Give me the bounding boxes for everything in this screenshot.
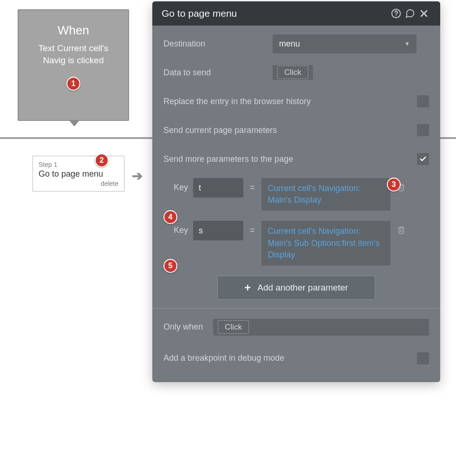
property-panel: Go to page menu Destination menu ▼ Data … [152,1,440,382]
send-current-params-label: Send current page parameters [163,126,417,135]
help-icon[interactable] [389,8,403,19]
annotation-badge-1: 1 [66,77,80,91]
param-value-1[interactable]: Current cell's Navigation: Main's Displa… [261,178,391,211]
event-description: Text Current cell's Navig is clicked [28,42,119,66]
destination-select[interactable]: menu ▼ [273,34,417,53]
send-current-params-checkbox[interactable] [417,124,429,136]
event-block[interactable]: When Text Current cell's Navig is clicke… [18,9,129,121]
add-parameter-button[interactable]: + Add another parameter [217,276,375,300]
param-value-text-2: Current cell's Navigation: Main's Sub Op… [268,226,380,259]
send-more-params-row: Send more parameters to the page [163,149,429,169]
replace-history-label: Replace the entry in the browser history [163,97,417,106]
panel-title: Go to page menu [162,8,389,19]
destination-row: Destination menu ▼ [163,34,429,53]
event-pointer [69,120,80,126]
click-placeholder: Click [218,320,249,334]
svg-point-1 [396,15,397,16]
breakpoint-checkbox[interactable] [417,352,429,364]
replace-history-row: Replace the entry in the browser history [163,92,429,111]
annotation-badge-3: 3 [387,178,401,192]
plus-icon: + [244,281,251,294]
equals-sign: = [250,221,255,235]
panel-header[interactable]: Go to page menu [152,1,440,26]
only-when-row: Only when Click [163,319,429,336]
breakpoint-label: Add a breakpoint in debug mode [163,353,417,363]
param-key-label-1: Key [174,178,187,192]
breakpoint-row: Add a breakpoint in debug mode [163,349,429,368]
close-icon[interactable] [417,9,431,18]
equals-sign: = [250,178,255,192]
step-card[interactable]: Step 1 Go to page menu delete [33,156,124,192]
data-to-send-field[interactable]: Click [273,65,313,80]
send-more-params-label: Send more parameters to the page [163,154,417,164]
chevron-down-icon: ▼ [404,40,410,47]
data-to-send-row: Data to send Click [163,63,429,82]
annotation-badge-5: 5 [163,259,177,273]
trash-icon[interactable] [397,221,405,235]
data-to-send-label: Data to send [163,68,273,78]
step-title: Go to page menu [39,169,118,179]
replace-history-checkbox[interactable] [417,95,429,107]
destination-value: menu [279,39,404,49]
param-value-2[interactable]: Current cell's Navigation: Main's Sub Op… [261,221,391,265]
event-title: When [28,23,119,38]
add-parameter-label: Add another parameter [257,283,348,293]
destination-label: Destination [163,39,273,49]
panel-divider [152,308,440,309]
annotation-badge-4: 4 [163,210,177,224]
step-delete-link[interactable]: delete [39,180,118,187]
param-row-2: Key s = Current cell's Navigation: Main'… [174,221,429,265]
send-more-params-checkbox[interactable] [417,153,429,165]
param-key-value-2: s [199,226,203,236]
send-current-params-row: Send current page parameters [163,120,429,140]
panel-body: Destination menu ▼ Data to send Click Re… [152,26,440,382]
param-value-text-1: Current cell's Navigation: Main's Displa… [268,184,361,205]
click-placeholder: Click [277,66,308,79]
param-key-label-2: Key [174,221,187,235]
only-when-label: Only when [163,322,203,332]
comment-icon[interactable] [403,8,417,19]
param-key-input-1[interactable]: t [193,178,243,198]
only-when-field[interactable]: Click [213,319,429,336]
annotation-badge-2: 2 [95,153,109,167]
param-key-value-1: t [199,183,201,193]
param-key-input-2[interactable]: s [193,221,243,240]
next-step-arrow: ➔ [132,168,143,184]
